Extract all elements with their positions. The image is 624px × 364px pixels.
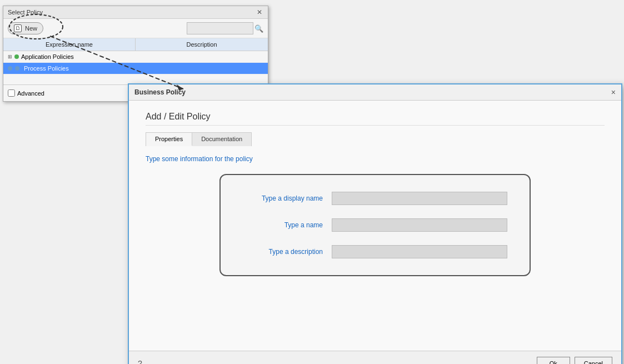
- table-cell-desc-selected: [136, 66, 268, 71]
- new-button-label: New: [25, 25, 37, 32]
- bp-info-text: Type some information for the policy: [146, 155, 605, 163]
- description-input[interactable]: [332, 245, 507, 258]
- expand-icon: ⊞: [8, 54, 12, 59]
- blue-dot-icon: [8, 66, 12, 71]
- row-name-selected: Process Policies: [24, 65, 69, 72]
- tab-documentation[interactable]: Documentation: [192, 133, 251, 146]
- bp-bottom-bar: ? Ok Cancel: [129, 351, 621, 364]
- table-cell-name: ⊞ Application Policies: [3, 51, 136, 62]
- description-row: Type a description: [243, 245, 507, 258]
- bp-section-title: Add / Edit Policy: [146, 112, 605, 126]
- select-policy-titlebar: Select Policy ✕: [3, 6, 268, 19]
- display-name-row: Type a display name: [243, 192, 507, 205]
- advanced-checkbox[interactable]: [8, 89, 15, 97]
- display-name-label: Type a display name: [243, 195, 332, 202]
- advanced-checkbox-area: Advanced: [8, 89, 44, 97]
- new-button[interactable]: 🗋 New: [8, 22, 43, 34]
- new-button-icon: 🗋: [14, 24, 22, 32]
- green-dot-icon: [14, 54, 19, 59]
- row-name: Application Policies: [21, 53, 74, 60]
- table-header: Expression name Description: [3, 38, 268, 51]
- table-row-selected[interactable]: Process Policies: [3, 63, 268, 74]
- search-button[interactable]: 🔍: [254, 24, 263, 33]
- bp-tabs: Properties Documentation: [146, 132, 252, 146]
- help-icon[interactable]: ?: [138, 359, 142, 364]
- business-policy-dialog: Business Policy × Add / Edit Policy Prop…: [128, 83, 622, 364]
- header-expression-name: Expression name: [3, 38, 136, 51]
- table-cell-name-selected: Process Policies: [3, 63, 136, 74]
- bp-form-container: Type a display name Type a name Type a d…: [219, 174, 531, 276]
- blue-dot2-icon: [15, 66, 19, 71]
- bp-button-group: Ok Cancel: [537, 357, 612, 364]
- select-policy-toolbar: 🗋 New 🔍: [3, 19, 268, 38]
- name-input[interactable]: [332, 218, 507, 232]
- cancel-button[interactable]: Cancel: [575, 357, 612, 364]
- select-policy-close-button[interactable]: ✕: [256, 8, 263, 16]
- advanced-label: Advanced: [17, 90, 44, 97]
- name-label: Type a name: [243, 221, 332, 229]
- search-area: 🔍: [187, 22, 263, 34]
- table-body: ⊞ Application Policies Process Policies: [3, 51, 268, 84]
- bp-close-button[interactable]: ×: [611, 88, 616, 97]
- table-cell-desc: [136, 54, 268, 59]
- description-label: Type a description: [243, 248, 332, 256]
- tab-properties[interactable]: Properties: [146, 133, 192, 146]
- ok-button[interactable]: Ok: [537, 357, 570, 364]
- name-row: Type a name: [243, 218, 507, 232]
- header-description: Description: [136, 38, 268, 51]
- bp-content: Add / Edit Policy Properties Documentati…: [129, 101, 621, 351]
- search-input[interactable]: [187, 22, 253, 34]
- bp-title: Business Policy: [134, 88, 186, 96]
- select-policy-title: Select Policy: [8, 9, 43, 16]
- display-name-input[interactable]: [332, 192, 507, 205]
- table-row[interactable]: ⊞ Application Policies: [3, 51, 268, 63]
- bp-titlebar: Business Policy ×: [129, 84, 621, 101]
